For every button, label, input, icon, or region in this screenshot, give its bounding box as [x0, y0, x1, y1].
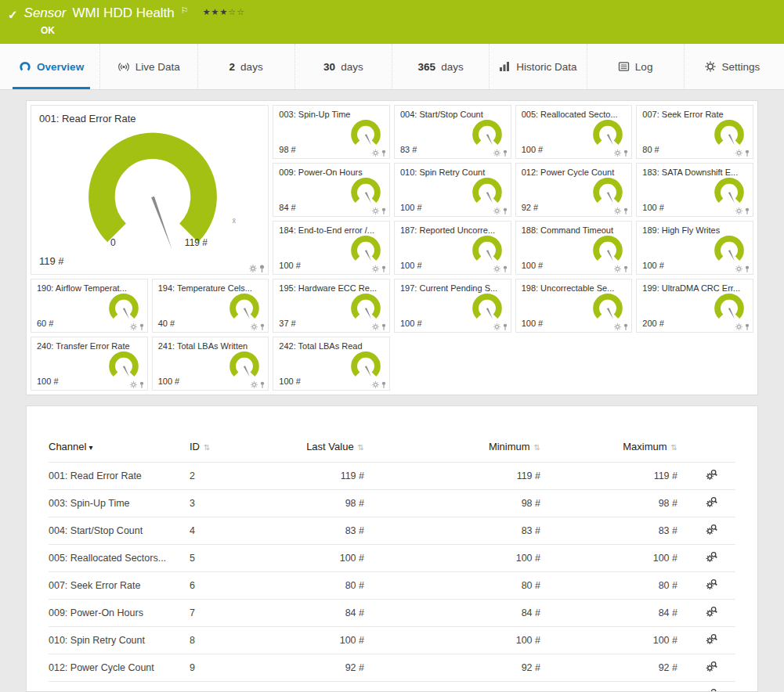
gauge-settings-icon[interactable] — [614, 323, 621, 330]
gauge-pin-icon[interactable] — [503, 323, 508, 330]
gauge-tile[interactable]: 241: Total LBAs Written 100 # — [152, 337, 269, 391]
table-header-last-value[interactable]: Last Value⇅ — [272, 438, 374, 463]
gauge-pin-icon[interactable] — [623, 265, 628, 272]
gauge-settings-icon[interactable] — [372, 323, 379, 330]
tab-30-days[interactable]: 30 days — [295, 44, 392, 89]
gauge-tile[interactable]: 197: Current Pending S... 100 # — [394, 279, 511, 333]
channel-row[interactable]: 005: Reallocated Sectors... 5 100 # 100 … — [49, 545, 735, 572]
channel-settings-icon[interactable] — [706, 633, 717, 645]
gauge-tile[interactable]: 242: Total LBAs Read 100 # — [273, 337, 390, 391]
channel-row[interactable]: 010: Spin Retry Count 8 100 # 100 # 100 … — [49, 627, 735, 654]
gauge-pin-icon[interactable] — [623, 207, 628, 214]
gauge-pin-icon[interactable] — [260, 381, 265, 388]
gauge-pin-icon[interactable] — [745, 150, 750, 157]
channel-settings-icon[interactable] — [706, 469, 717, 481]
tab-historic-data[interactable]: Historic Data — [490, 44, 587, 89]
gauge-tile[interactable]: 187: Reported Uncorre... 100 # — [394, 221, 511, 275]
table-header-id[interactable]: ID⇅ — [190, 438, 272, 463]
gauge-pin-icon[interactable] — [503, 265, 508, 272]
gauge-tile[interactable]: 012: Power Cycle Count 92 # — [515, 163, 633, 217]
gauge-pin-icon[interactable] — [260, 323, 265, 330]
channel-row[interactable]: 001: Read Error Rate 2 119 # 119 # 119 # — [49, 463, 735, 490]
gauge-tile[interactable]: 199: UltraDMA CRC Err... 200 # — [636, 279, 753, 333]
channel-settings-icon[interactable] — [706, 524, 717, 535]
gauge-tile[interactable]: 189: High Fly Writes 100 # — [636, 221, 753, 275]
channel-settings-icon[interactable] — [706, 688, 717, 692]
gauge-pin-icon[interactable] — [381, 381, 386, 388]
gauge-tile[interactable]: 005: Reallocated Secto... 100 # — [515, 105, 633, 159]
gauge-settings-icon[interactable] — [251, 323, 258, 330]
gauge-settings-icon[interactable] — [614, 150, 621, 157]
table-header-maximum[interactable]: Maximum⇅ — [550, 438, 687, 463]
gauge-settings-icon[interactable] — [735, 207, 742, 214]
tab-log[interactable]: Log — [587, 44, 685, 89]
gauge-pin-icon[interactable] — [745, 265, 750, 272]
gauge-settings-icon[interactable] — [372, 381, 379, 388]
gauge-settings-icon[interactable] — [735, 323, 742, 330]
channel-row[interactable]: 003: Spin-Up Time 3 98 # 98 # 98 # — [49, 490, 735, 517]
gauge-settings-icon[interactable] — [735, 265, 742, 272]
gauge-pin-icon[interactable] — [381, 150, 386, 157]
gauge-pin-icon[interactable] — [503, 207, 508, 214]
gauge-tile[interactable]: 184: End-to-End error /... 100 # — [273, 221, 390, 275]
gauge-tile[interactable]: 009: Power-On Hours 84 # — [273, 163, 390, 217]
gauge-settings-icon[interactable] — [493, 265, 500, 272]
channel-settings-icon[interactable] — [706, 551, 717, 563]
gauge-settings-icon[interactable] — [372, 150, 379, 157]
gauge-pin-icon[interactable] — [745, 207, 750, 214]
gauge-tile[interactable]: 010: Spin Retry Count 100 # — [394, 163, 511, 217]
gauge-settings-icon[interactable] — [735, 150, 742, 157]
gauge-tile[interactable]: 198: Uncorrectable Se... 100 # — [515, 279, 633, 333]
gauge-pin-icon[interactable] — [259, 265, 265, 272]
gauge-settings-icon[interactable] — [614, 265, 621, 272]
gauge-tile[interactable]: 195: Hardware ECC Re... 37 # — [273, 279, 390, 333]
gauge-pin-icon[interactable] — [139, 323, 144, 330]
tab-live-data[interactable]: Live Data — [100, 44, 197, 89]
channel-settings-icon[interactable] — [706, 661, 717, 672]
gauge-tile[interactable]: 240: Transfer Error Rate 100 # — [31, 337, 148, 391]
gauge-settings-icon[interactable] — [493, 207, 500, 214]
main-gauge-tile[interactable]: 001: Read Error Rate 0 119 # x̄ 119 # — [31, 105, 269, 275]
tab-settings[interactable]: Settings — [685, 44, 781, 89]
gauge-pin-icon[interactable] — [503, 150, 508, 157]
gauge-pin-icon[interactable] — [745, 323, 750, 330]
gauge-pin-icon[interactable] — [381, 323, 386, 330]
channel-row[interactable]: 012: Power Cycle Count 9 92 # 92 # 92 # — [49, 654, 735, 682]
gauge-tile[interactable]: 190: Airflow Temperat... 60 # — [31, 279, 148, 333]
gauge-pin-icon[interactable] — [623, 323, 628, 330]
tab-365-days[interactable]: 365 days — [392, 44, 490, 89]
flag-icon[interactable]: ⚐ — [181, 5, 189, 16]
gauge-pin-icon[interactable] — [381, 265, 386, 272]
gauge-settings-icon[interactable] — [130, 323, 137, 330]
gauge-settings-icon[interactable] — [130, 381, 137, 388]
channel-settings-icon[interactable] — [706, 606, 717, 618]
tab-2-days[interactable]: 2 days — [198, 44, 295, 89]
channel-settings-icon[interactable] — [706, 578, 717, 590]
table-header-channel[interactable]: Channel▾ — [49, 438, 190, 463]
gauge-settings-icon[interactable] — [249, 265, 257, 272]
table-header-minimum[interactable]: Minimum⇅ — [374, 438, 550, 463]
channel-row[interactable]: 007: Seek Error Rate 6 80 # 80 # 80 # — [49, 572, 735, 600]
channel-row[interactable]: 004: Start/Stop Count 4 83 # 83 # 83 # — [49, 517, 735, 545]
gauge-pin-icon[interactable] — [381, 207, 386, 214]
gauge-settings-icon[interactable] — [614, 207, 621, 214]
gauge-settings-icon[interactable] — [251, 381, 258, 388]
tab-overview[interactable]: Overview — [3, 44, 100, 89]
gauge-settings-icon[interactable] — [372, 207, 379, 214]
channel-row[interactable]: 009: Power-On Hours 7 84 # 84 # 84 # — [49, 600, 735, 627]
gauge-pin-icon[interactable] — [139, 381, 144, 388]
gauge-tile[interactable]: 194: Temperature Cels... 40 # — [152, 279, 269, 333]
gauge-settings-icon[interactable] — [372, 265, 379, 272]
channel-row[interactable]: 183: SATA Downshift Err... 10 100 # 100 … — [49, 682, 735, 692]
gauge-tile[interactable]: 188: Command Timeout 100 # — [515, 221, 633, 275]
priority-stars[interactable]: ★★★☆☆ — [203, 7, 245, 17]
gauge-tile[interactable]: 003: Spin-Up Time 98 # — [273, 105, 390, 159]
gauge-settings-icon[interactable] — [493, 150, 500, 157]
channel-settings-icon[interactable] — [706, 496, 717, 508]
gauge-tile[interactable]: 007: Seek Error Rate 80 # — [636, 105, 753, 159]
gauge-settings-icon[interactable] — [493, 323, 500, 330]
gauge-tile[interactable]: 183: SATA Downshift E... 100 # — [636, 163, 753, 217]
gauge-dial — [713, 175, 746, 207]
gauge-tile[interactable]: 004: Start/Stop Count 83 # — [394, 105, 511, 159]
gauge-pin-icon[interactable] — [623, 150, 628, 157]
